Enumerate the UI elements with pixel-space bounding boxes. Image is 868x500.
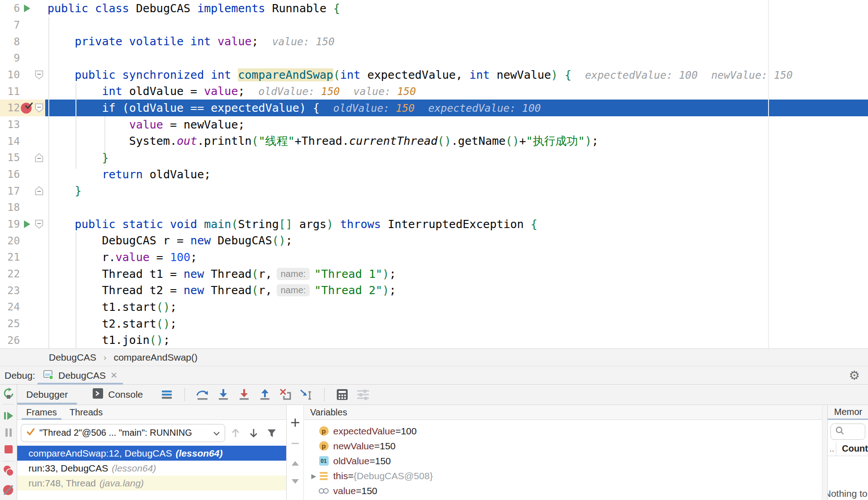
gutter[interactable]: 24 <box>0 299 45 315</box>
breadcrumb-class[interactable]: DebugCAS <box>49 352 96 363</box>
frame-up-button[interactable] <box>228 425 243 441</box>
step-out-button[interactable] <box>256 386 274 403</box>
code-text[interactable]: value = newValue; <box>45 116 868 133</box>
code-text[interactable]: if (oldValue == expectedValue) {oldValue… <box>45 100 868 116</box>
code-editor[interactable]: 6public class DebugCAS implements Runnab… <box>0 0 868 348</box>
evaluate-expression-button[interactable] <box>333 386 351 403</box>
line-number[interactable]: 7 <box>0 19 20 31</box>
gutter[interactable]: 12 <box>0 100 45 116</box>
gutter[interactable]: 23 <box>0 282 45 299</box>
line-number[interactable]: 15 <box>0 152 20 163</box>
gutter[interactable]: 8 <box>0 33 45 50</box>
layout-settings-button[interactable] <box>354 386 372 403</box>
stop-button[interactable] <box>3 443 14 455</box>
tab-frames[interactable]: Frames <box>20 405 63 420</box>
thread-selector-dropdown[interactable]: "Thread 2"@506 ... "main": RUNNING <box>21 424 225 442</box>
code-text[interactable] <box>45 199 868 216</box>
code-text[interactable]: t1.start(); <box>45 299 868 315</box>
memory-column-class[interactable]: .. <box>828 442 836 456</box>
step-over-button[interactable] <box>193 386 212 403</box>
gutter[interactable]: 20 <box>0 232 45 249</box>
tab-console[interactable]: Console <box>83 385 152 405</box>
memory-column-count[interactable]: Count <box>836 442 868 456</box>
filter-icon[interactable] <box>264 425 279 441</box>
line-number[interactable]: 26 <box>0 334 20 346</box>
gutter[interactable]: 22 <box>0 266 45 282</box>
fold-icon[interactable] <box>34 186 44 195</box>
variable-row[interactable]: ▶this = {DebugCAS@508} <box>304 468 822 483</box>
code-text[interactable]: t2.start(); <box>45 315 868 332</box>
variable-row[interactable]: pnewValue = 150 <box>304 438 822 453</box>
scroll-down-button[interactable] <box>289 476 301 487</box>
code-text[interactable]: t1.join(); <box>45 332 868 348</box>
variable-row[interactable]: 01oldValue = 150 <box>304 453 822 468</box>
gutter[interactable]: 15 <box>0 149 45 166</box>
variable-row[interactable]: pexpectedValue = 100 <box>304 424 822 438</box>
drop-frame-button[interactable] <box>277 386 295 403</box>
line-number[interactable]: 16 <box>0 168 20 180</box>
code-text[interactable]: public static void main(String[] args) t… <box>45 216 868 233</box>
layout-menu-button[interactable] <box>158 386 176 403</box>
code-text[interactable]: Thread t2 = new Thread(r,name:"Thread 2"… <box>45 282 868 299</box>
gutter[interactable]: 16 <box>0 166 45 183</box>
code-text[interactable]: int oldValue = value;oldValue: 150value:… <box>45 83 868 100</box>
fold-icon[interactable] <box>34 153 44 162</box>
mute-breakpoints-button[interactable] <box>3 484 14 496</box>
gutter[interactable]: 7 <box>0 17 45 33</box>
breadcrumb-method[interactable]: compareAndSwap() <box>113 352 198 363</box>
scroll-up-button[interactable] <box>289 457 301 469</box>
gutter[interactable]: 13 <box>0 116 45 133</box>
gutter[interactable]: 18 <box>0 199 45 216</box>
breakpoint-icon[interactable] <box>20 102 34 114</box>
gutter[interactable]: 26 <box>0 332 45 348</box>
line-number[interactable]: 9 <box>0 52 20 64</box>
line-number[interactable]: 14 <box>0 135 20 147</box>
frame-row[interactable]: compareAndSwap:12, DebugCAS(lesson64) <box>17 446 286 461</box>
view-breakpoints-button[interactable] <box>3 465 14 477</box>
code-text[interactable]: } <box>45 149 868 166</box>
code-text[interactable]: private volatile int value;value: 150 <box>45 33 868 50</box>
gutter[interactable]: 14 <box>0 133 45 149</box>
rerun-button[interactable] <box>3 388 14 400</box>
run-icon[interactable] <box>20 220 34 229</box>
debug-session-tab[interactable]: DebugCAS ✕ <box>38 366 123 385</box>
line-number[interactable]: 13 <box>0 119 20 130</box>
code-text[interactable]: return oldValue; <box>45 166 868 183</box>
line-number[interactable]: 24 <box>0 301 20 313</box>
tab-threads[interactable]: Threads <box>63 405 109 420</box>
line-number[interactable]: 10 <box>0 69 20 81</box>
code-text[interactable]: r.value = 100; <box>45 249 868 266</box>
code-text[interactable]: } <box>45 182 868 199</box>
expander-icon[interactable]: ▶ <box>309 472 318 480</box>
line-number[interactable]: 17 <box>0 185 20 197</box>
code-text[interactable] <box>45 17 868 33</box>
step-into-button[interactable] <box>214 386 232 403</box>
scrollbar[interactable] <box>822 405 827 500</box>
gutter[interactable]: 25 <box>0 315 45 332</box>
line-number[interactable]: 18 <box>0 201 20 213</box>
variable-row[interactable]: value = 150 <box>304 483 822 498</box>
fold-icon[interactable] <box>34 219 44 229</box>
gutter[interactable]: 6 <box>0 0 45 17</box>
gutter[interactable]: 17 <box>0 182 45 199</box>
run-icon[interactable] <box>20 4 34 13</box>
close-icon[interactable]: ✕ <box>110 370 118 381</box>
fold-icon[interactable] <box>34 70 44 80</box>
line-number[interactable]: 20 <box>0 235 20 247</box>
memory-title[interactable]: Memor <box>834 407 862 417</box>
code-text[interactable]: public class DebugCAS implements Runnabl… <box>45 0 868 17</box>
line-number[interactable]: 21 <box>0 251 20 263</box>
code-text[interactable]: DebugCAS r = new DebugCAS(); <box>45 232 868 249</box>
code-text[interactable]: public synchronized int compareAndSwap(i… <box>45 67 868 83</box>
force-step-into-button[interactable] <box>235 386 253 403</box>
code-text[interactable]: Thread t1 = new Thread(r,name:"Thread 1"… <box>45 266 868 282</box>
line-number[interactable]: 12 <box>0 102 20 114</box>
line-number[interactable]: 22 <box>0 268 20 280</box>
frame-down-button[interactable] <box>246 425 261 441</box>
frame-row[interactable]: run:33, DebugCAS(lesson64) <box>17 461 286 476</box>
fold-icon[interactable] <box>34 103 44 113</box>
add-watch-button[interactable] <box>289 417 301 429</box>
remove-watch-button[interactable] <box>289 438 301 449</box>
line-number[interactable]: 25 <box>0 318 20 329</box>
line-number[interactable]: 23 <box>0 285 20 296</box>
